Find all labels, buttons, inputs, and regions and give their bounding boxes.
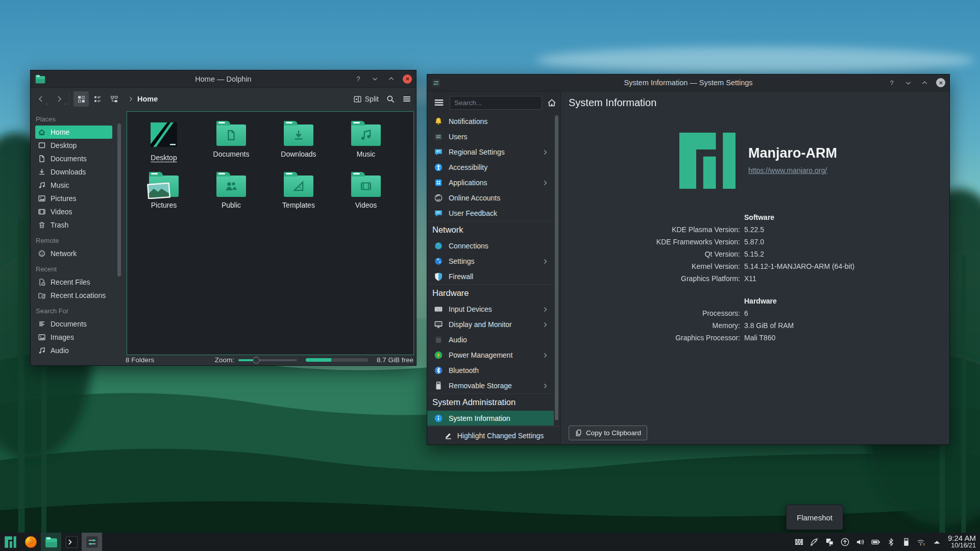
folder-item-documents[interactable]: Documents [198,118,265,169]
settings-nav-online-accounts[interactable]: Online Accounts [427,190,554,206]
nav-scrollbar[interactable] [555,115,558,420]
settings-nav-notifications[interactable]: Notifications [427,114,554,129]
settings-nav-connections[interactable]: Connections [427,238,554,254]
maximize-button[interactable] [920,78,929,87]
taskbar-dolphin[interactable] [41,533,61,551]
icons-view-button[interactable] [74,91,89,107]
places-item-network[interactable]: Network [35,247,112,260]
breadcrumb[interactable]: Home [128,95,158,103]
free-space: 8.7 GiB free [377,356,413,364]
settings-titlebar[interactable]: System Information — System Settings ? [427,74,949,91]
flameshot-tooltip: Flameshot [786,505,843,530]
home-button[interactable] [547,97,557,108]
distro-website-link[interactable]: https://www.manjaro.org/ [748,166,827,174]
breadcrumb-home[interactable]: Home [137,95,158,103]
forward-button[interactable]: ⌄ [54,93,65,105]
places-item-documents[interactable]: Documents [35,317,112,331]
flameshot-icon[interactable] [810,537,819,547]
zoom-slider[interactable] [238,357,297,364]
places-item-images[interactable]: Images [35,331,112,344]
network-wifi-icon[interactable]: ? [917,537,926,547]
settings-nav-removable-storage[interactable]: Removable Storage [427,378,554,393]
settings-nav-user-feedback[interactable]: User Feedback [427,206,554,221]
settings-nav-bluetooth[interactable]: Bluetooth [427,363,554,378]
places-item-recent-files[interactable]: Recent Files [35,276,112,289]
places-item-home[interactable]: Home [35,126,112,139]
taskbar-launchers [0,533,102,551]
copy-icon [575,429,582,437]
clock[interactable]: 9:24 AM 10/16/21 [948,534,976,549]
zoom-slider-handle[interactable] [253,357,260,364]
back-button[interactable]: ⌄ [35,93,46,105]
folder-item-public[interactable]: Public [198,169,265,220]
dolphin-body: Places Home Desktop Documents Downloads … [31,110,416,355]
volume-icon[interactable] [855,537,865,547]
folder-item-videos[interactable]: Videos [332,169,400,220]
search-input[interactable] [450,96,542,110]
places-item-desktop[interactable]: Desktop [35,139,112,152]
copy-to-clipboard-button[interactable]: Copy to Clipboard [569,425,647,440]
places-item-documents[interactable]: Documents [35,152,112,165]
folder-item-desktop[interactable]: Desktop [130,118,198,169]
folder-item-templates[interactable]: Templates [265,169,332,220]
settings-nav-input-devices[interactable]: Input Devices [427,302,554,317]
highlight-changed-settings[interactable]: Highlight Changed Settings [427,426,560,444]
keyboard-layout-icon[interactable] [794,537,804,547]
places-item-audio[interactable]: Audio [35,344,112,355]
folder-item-pictures[interactable]: Pictures [130,169,198,220]
split-icon [353,95,362,104]
places-item-trash[interactable]: Trash [35,218,112,232]
taskbar-app-launcher[interactable] [0,533,20,551]
minimize-button[interactable] [903,78,913,87]
settings-nav-power-management[interactable]: Power Management [427,347,554,363]
help-button[interactable]: ? [887,78,896,87]
folder-item-downloads[interactable]: Downloads [265,118,332,169]
details-view-button[interactable] [90,91,105,107]
image-icon [38,194,46,203]
folder-item-music[interactable]: Music [332,118,400,169]
places-item-recent-locations[interactable]: Recent Locations [35,289,112,302]
settings-nav-users[interactable]: Users [427,129,554,144]
manjaro-icon [4,535,17,549]
settings-nav-accessibility[interactable]: Accessibility [427,160,554,175]
dolphin-titlebar[interactable]: Home — Dolphin ? [31,70,416,88]
places-item-pictures[interactable]: Pictures [35,192,112,205]
taskbar-system-settings[interactable] [82,533,102,551]
em-people-icon [225,180,238,193]
settings-content: Manjaro-ARM https://www.manjaro.org/ Sof… [561,114,949,444]
taskbar-konsole[interactable] [61,533,82,551]
places-item-music[interactable]: Music [35,179,112,192]
battery-icon[interactable] [871,537,880,547]
settings-nav-display-and-monitor[interactable]: Display and Monitor [427,317,554,332]
settings-nav-section-header: Hardware [427,284,554,302]
minimize-button[interactable] [370,74,379,84]
places-item-videos[interactable]: Videos [35,205,112,218]
close-button[interactable] [403,74,412,84]
split-button[interactable]: Split [353,95,379,104]
bluetooth-icon[interactable] [886,537,896,547]
maximize-button[interactable] [386,74,396,84]
settings-nav-audio[interactable]: Audio [427,332,554,347]
globe-dark-icon [434,193,443,203]
expand-tray-icon[interactable] [932,537,942,547]
tree-view-button[interactable] [106,91,121,107]
menu-button[interactable] [433,97,445,108]
desktop-thumb-icon [150,122,178,147]
removable-media-icon[interactable] [901,537,911,547]
taskbar-firefox[interactable] [20,533,41,551]
info-row-kde-frameworks-version: KDE Frameworks Version: 5.87.0 [561,236,944,248]
places-scrollbar[interactable] [117,123,121,277]
settings-nav-system-information[interactable]: System Information [427,411,554,425]
search-button[interactable] [386,94,395,104]
help-button[interactable]: ? [354,74,363,84]
folder-view[interactable]: Desktop Documents Downloads Music Pictur… [127,111,414,355]
menu-button[interactable] [402,94,411,104]
settings-nav-applications[interactable]: Applications [427,175,554,190]
settings-nav-firewall[interactable]: Firewall [427,269,554,284]
notifier-icon[interactable] [825,537,835,547]
settings-nav-regional-settings[interactable]: Regional Settings [427,144,554,160]
close-button[interactable] [936,78,945,87]
updates-icon[interactable] [840,537,850,547]
places-item-downloads[interactable]: Downloads [35,165,112,179]
settings-nav-settings[interactable]: Settings [427,254,554,269]
